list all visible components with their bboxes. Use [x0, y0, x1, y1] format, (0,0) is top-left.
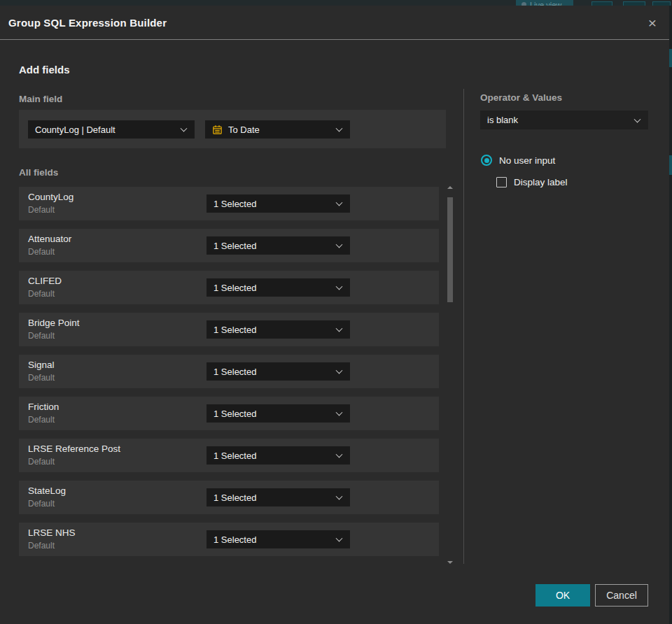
field-name: CountyLog [28, 192, 74, 202]
background-teal-accent [669, 155, 672, 175]
chevron-down-icon [336, 535, 343, 542]
field-selected-value: 1 Selected [214, 534, 256, 545]
no-user-input-option[interactable]: No user input [481, 155, 555, 166]
chevron-down-icon [336, 367, 343, 374]
chevron-down-icon [336, 325, 343, 332]
scroll-down-icon[interactable] [447, 561, 453, 564]
display-label-option[interactable]: Display label [496, 177, 568, 187]
main-field-label: Main field [19, 94, 62, 104]
field-row: StateLog Default 1 Selected [19, 481, 439, 514]
chevron-down-icon [336, 283, 343, 290]
field-selected-dropdown[interactable]: 1 Selected [206, 362, 350, 381]
field-name: Bridge Point [28, 318, 80, 328]
field-row: LRSE NHS Default 1 Selected [19, 523, 439, 556]
no-user-input-label: No user input [499, 155, 555, 166]
calendar-icon [212, 125, 223, 135]
operator-dropdown[interactable]: is blank [480, 111, 648, 129]
field-row: Signal Default 1 Selected [19, 355, 439, 388]
chevron-down-icon [336, 451, 343, 458]
field-selected-dropdown[interactable]: 1 Selected [206, 278, 350, 297]
group-sql-expression-builder-dialog: Group SQL Expression Builder × Add field… [0, 6, 669, 624]
field-subtitle: Default [28, 499, 55, 509]
field-subtitle: Default [28, 247, 55, 257]
field-name: StateLog [28, 485, 66, 496]
field-row: CountyLog Default 1 Selected [19, 187, 439, 220]
field-name: LRSE NHS [28, 527, 76, 538]
field-selected-value: 1 Selected [214, 451, 256, 461]
scroll-up-icon[interactable] [447, 186, 453, 189]
field-selected-dropdown[interactable]: 1 Selected [206, 488, 350, 506]
all-fields-label: All fields [19, 167, 58, 178]
field-subtitle: Default [28, 415, 55, 425]
cancel-button[interactable]: Cancel [595, 584, 648, 607]
field-selected-value: 1 Selected [214, 409, 256, 419]
chevron-down-icon [634, 115, 641, 122]
background-app-top-strip: Live view [0, 0, 672, 6]
live-view-button[interactable]: Live view [516, 0, 573, 6]
field-selected-dropdown[interactable]: 1 Selected [206, 236, 350, 255]
close-icon[interactable]: × [648, 15, 657, 30]
field-selected-dropdown[interactable]: 1 Selected [206, 194, 350, 213]
background-app-right-strip [669, 6, 672, 624]
chevron-down-icon [336, 241, 343, 248]
chevron-down-icon [181, 125, 188, 132]
field-selected-value: 1 Selected [214, 325, 256, 335]
field-row: LRSE Reference Post Default 1 Selected [19, 439, 439, 472]
chevron-down-icon [336, 409, 343, 416]
main-field-dropdown-value: CountyLog | Default [35, 125, 115, 135]
field-name: LRSE Reference Post [28, 444, 120, 454]
field-selected-value: 1 Selected [214, 283, 256, 293]
chevron-down-icon [336, 125, 343, 132]
dialog-header: Group SQL Expression Builder × [0, 6, 669, 40]
field-row: Bridge Point Default 1 Selected [19, 313, 439, 346]
field-selected-value: 1 Selected [214, 199, 256, 209]
field-selected-dropdown[interactable]: 1 Selected [206, 404, 350, 423]
field-subtitle: Default [28, 289, 55, 299]
field-subtitle: Default [28, 373, 55, 383]
field-subtitle: Default [28, 205, 55, 215]
add-fields-heading: Add fields [19, 64, 70, 76]
field-selected-value: 1 Selected [214, 492, 256, 503]
chevron-down-icon [336, 493, 343, 500]
operator-values-label: Operator & Values [480, 92, 562, 103]
field-subtitle: Default [28, 457, 55, 467]
field-row: CLIFED Default 1 Selected [19, 271, 439, 304]
field-name: Friction [28, 402, 59, 412]
field-type-dropdown-value: To Date [228, 125, 260, 135]
list-scrollbar[interactable] [447, 183, 454, 567]
field-selected-dropdown[interactable]: 1 Selected [206, 446, 350, 465]
field-name: Attenuator [28, 234, 71, 244]
field-type-dropdown[interactable]: To Date [205, 120, 350, 139]
field-row: Friction Default 1 Selected [19, 397, 439, 430]
dialog-title: Group SQL Expression Builder [8, 17, 167, 29]
field-row: Attenuator Default 1 Selected [19, 229, 439, 262]
field-selected-value: 1 Selected [214, 241, 256, 251]
chevron-down-icon [336, 199, 343, 206]
field-subtitle: Default [28, 331, 55, 341]
live-view-label: Live view [530, 1, 561, 6]
screen: Live view Group SQL Expression Builder ×… [0, 0, 672, 624]
main-field-panel: CountyLog | Default To Date [19, 110, 446, 148]
operator-dropdown-value: is blank [487, 115, 518, 125]
display-label-label: Display label [514, 177, 568, 187]
panel-divider [463, 89, 464, 564]
field-selected-dropdown[interactable]: 1 Selected [206, 530, 350, 548]
radio-icon[interactable] [481, 155, 492, 166]
field-selected-dropdown[interactable]: 1 Selected [206, 320, 350, 339]
field-name: CLIFED [28, 276, 62, 286]
field-subtitle: Default [28, 541, 55, 551]
field-name: Signal [28, 360, 55, 370]
main-field-dropdown[interactable]: CountyLog | Default [28, 120, 195, 139]
background-teal-accent [669, 49, 672, 67]
field-selected-value: 1 Selected [214, 367, 256, 377]
ok-button[interactable]: OK [536, 584, 590, 607]
checkbox-icon[interactable] [496, 177, 507, 187]
scrollbar-thumb[interactable] [447, 197, 453, 302]
